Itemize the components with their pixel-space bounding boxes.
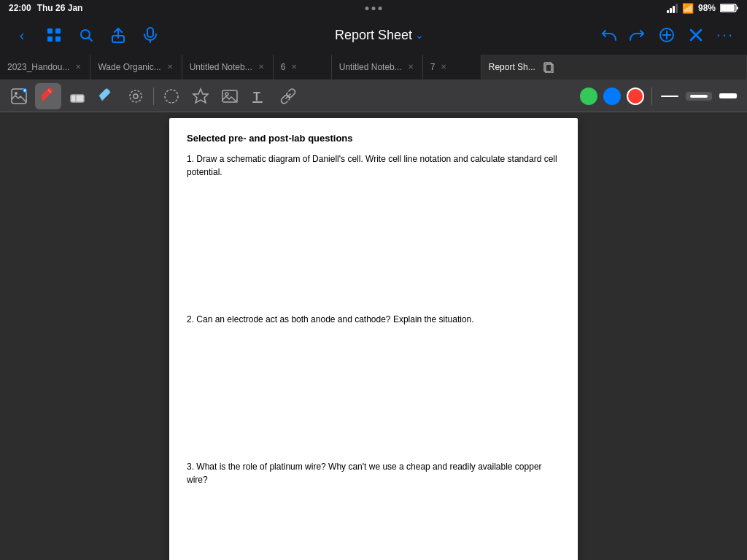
color-red-button[interactable] xyxy=(627,88,644,105)
stroke-medium-button[interactable] xyxy=(686,92,712,101)
svg-point-20 xyxy=(15,92,18,95)
wifi-icon: 📶 xyxy=(682,3,694,14)
tab-3-close[interactable]: ✕ xyxy=(257,62,266,71)
tab-4[interactable]: 6 ✕ xyxy=(274,55,332,79)
answer-space-1 xyxy=(187,182,560,313)
svg-point-27 xyxy=(165,90,178,103)
tab-4-close[interactable]: ✕ xyxy=(290,62,298,71)
back-button[interactable]: ‹ xyxy=(9,22,35,48)
share-button[interactable] xyxy=(105,22,131,48)
nav-right-buttons: ··· xyxy=(595,22,738,48)
stroke-thick-button[interactable] xyxy=(715,90,741,101)
text-tool-button[interactable]: T xyxy=(246,83,272,109)
tab-7-pages-icon xyxy=(543,61,554,73)
tab-6-label: 7 xyxy=(430,62,436,72)
nav-title: Report Sheet ⌄ xyxy=(169,28,589,43)
stroke-thin-button[interactable] xyxy=(657,93,683,100)
color-blue-button[interactable] xyxy=(603,88,621,105)
document-area: Selected pre- and post-lab questions 1. … xyxy=(0,112,747,560)
q3-text: What is the role of platinum wire? Why c… xyxy=(187,462,542,485)
tab-7-label: Report Sh... xyxy=(489,62,535,72)
nav-bar: ‹ Report Sheet ⌄ xyxy=(0,16,747,54)
star-tool-button[interactable] xyxy=(187,83,214,109)
undo-button[interactable] xyxy=(595,22,622,48)
tab-6[interactable]: 7 ✕ xyxy=(423,55,481,79)
status-date: Thu 26 Jan xyxy=(37,3,83,13)
tab-2[interactable]: Wade Organic... ✕ xyxy=(90,55,182,79)
tab-2-close[interactable]: ✕ xyxy=(166,62,174,71)
q1-number: 1. xyxy=(187,154,196,164)
more-button[interactable]: ··· xyxy=(712,22,738,48)
lasso-tool-button[interactable] xyxy=(123,83,149,109)
tab-4-label: 6 xyxy=(281,62,286,72)
image-insert-button[interactable] xyxy=(217,83,243,109)
grid-button[interactable] xyxy=(41,22,67,48)
redo-button[interactable] xyxy=(624,22,651,48)
battery-icon xyxy=(720,4,738,12)
title-chevron: ⌄ xyxy=(415,29,424,41)
eraser-tool-button[interactable] xyxy=(64,83,90,109)
tabs-bar: 2023_Handou... ✕ Wade Organic... ✕ Untit… xyxy=(0,54,747,80)
stroke-thick-line xyxy=(719,93,737,98)
tab-5-label: Untitled Noteb... xyxy=(339,62,402,72)
q3-number: 3. xyxy=(187,462,196,472)
tab-6-close[interactable]: ✕ xyxy=(439,62,448,71)
tab-5-close[interactable]: ✕ xyxy=(406,62,415,71)
signal-icon xyxy=(667,4,678,13)
svg-rect-24 xyxy=(71,95,84,102)
svg-line-8 xyxy=(89,38,93,42)
shape-tool-button[interactable] xyxy=(158,83,185,109)
search-button[interactable] xyxy=(73,22,99,48)
toolbar-separator-1 xyxy=(153,88,154,105)
battery-percent: 98% xyxy=(698,3,716,13)
toolbar-separator-2 xyxy=(651,88,652,105)
link-tool-button[interactable] xyxy=(275,83,301,109)
status-indicators: 📶 98% xyxy=(667,3,738,14)
svg-rect-6 xyxy=(55,36,61,42)
stroke-thin-line xyxy=(661,96,678,97)
stroke-medium-line xyxy=(690,95,708,98)
section-title: Selected pre- and post-lab questions xyxy=(187,133,560,144)
drawing-toolbar: T xyxy=(0,80,747,112)
q2-text: Can an electrode act as both anode and c… xyxy=(196,314,473,324)
svg-point-25 xyxy=(130,90,142,102)
svg-point-30 xyxy=(225,93,228,96)
svg-rect-2 xyxy=(737,7,738,9)
tab-3[interactable]: Untitled Noteb... ✕ xyxy=(182,55,274,79)
tab-3-label: Untitled Noteb... xyxy=(190,62,252,72)
tab-7-active[interactable]: Report Sh... xyxy=(481,55,747,79)
q2-number: 2. xyxy=(187,314,196,324)
tab-1-close[interactable]: ✕ xyxy=(74,62,82,71)
mic-button[interactable] xyxy=(137,22,163,48)
close-button[interactable] xyxy=(683,22,709,48)
tab-1[interactable]: 2023_Handou... ✕ xyxy=(0,55,90,79)
status-time: 22:00 xyxy=(9,3,31,13)
color-green-button[interactable] xyxy=(580,88,597,105)
svg-rect-1 xyxy=(721,5,735,11)
answer-space-2 xyxy=(187,329,560,460)
add-button[interactable] xyxy=(654,22,680,48)
svg-rect-3 xyxy=(47,28,53,34)
document-page: Selected pre- and post-lab questions 1. … xyxy=(169,118,578,560)
dot1 xyxy=(365,7,369,10)
highlighter-tool-button[interactable] xyxy=(93,83,120,109)
svg-rect-10 xyxy=(147,28,153,37)
svg-point-26 xyxy=(133,94,138,98)
answer-space-3 xyxy=(187,489,560,560)
tab-5[interactable]: Untitled Noteb... ✕ xyxy=(332,55,423,79)
q1-text: Draw a schematic diagram of Daniell's ce… xyxy=(187,154,557,177)
svg-rect-4 xyxy=(55,28,61,34)
dot3 xyxy=(379,7,382,10)
image-tool-button[interactable] xyxy=(6,83,32,109)
svg-marker-28 xyxy=(193,89,208,103)
top-dots xyxy=(365,7,382,10)
svg-text:T: T xyxy=(253,90,260,103)
status-time-date: 22:00 Thu 26 Jan xyxy=(9,3,82,13)
tab-1-label: 2023_Handou... xyxy=(7,62,69,72)
svg-rect-5 xyxy=(47,36,53,42)
dot2 xyxy=(372,7,376,10)
tab-2-label: Wade Organic... xyxy=(98,62,160,72)
question-3: 3. What is the role of platinum wire? Wh… xyxy=(187,460,560,486)
pen-tool-button[interactable] xyxy=(35,83,61,109)
question-2: 2. Can an electrode act as both anode an… xyxy=(187,313,560,326)
